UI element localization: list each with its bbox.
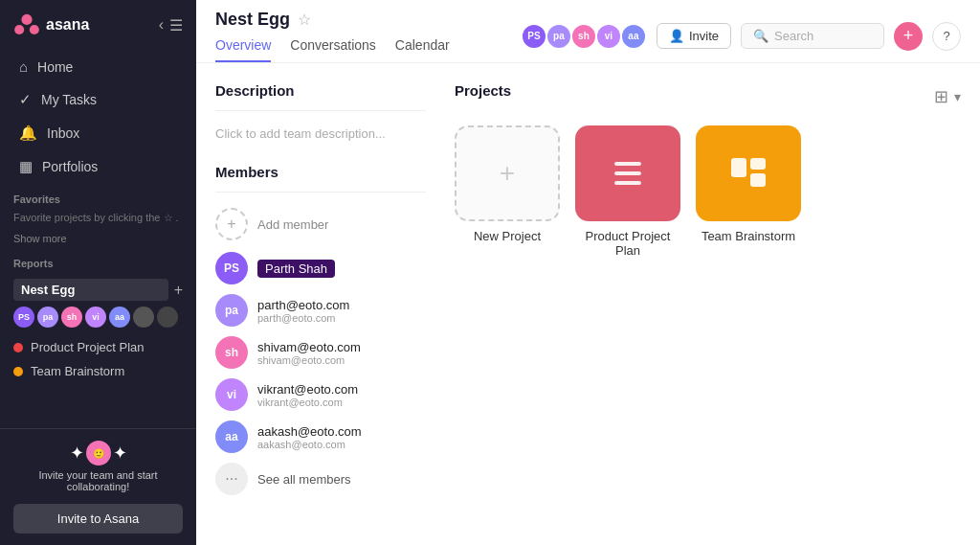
member-info-vi: vikrant@eoto.com vikrant@eoto.com (257, 382, 358, 408)
tab-conversations[interactable]: Conversations (290, 37, 376, 62)
search-placeholder: Search (774, 29, 813, 43)
sidebar-project-brainstorm-label: Team Brainstorm (31, 364, 124, 378)
description-title: Description (215, 82, 426, 99)
invite-text: Invite your team and start collaborating… (13, 469, 183, 492)
member-email-display-vi: vikrant@eoto.com (257, 382, 358, 397)
question-mark-icon: ? (943, 29, 949, 43)
svg-rect-6 (731, 158, 746, 177)
team-add-button[interactable]: + (174, 282, 183, 299)
content-area: Description Click to add team descriptio… (196, 63, 980, 545)
bell-icon: 🔔 (19, 125, 37, 142)
project-dot-red (13, 343, 23, 352)
avatar (157, 307, 178, 328)
add-member-label: Add member (257, 217, 328, 232)
add-member-row[interactable]: + Add member (215, 208, 426, 240)
avatar: vi (85, 307, 106, 328)
chevron-left-icon[interactable]: ‹ (159, 16, 164, 34)
member-email-display-aa: aakash@eoto.com (257, 424, 362, 439)
sidebar-project-product[interactable]: Product Project Plan (13, 335, 183, 359)
reports-label: Reports (0, 248, 196, 273)
svg-rect-8 (750, 173, 766, 187)
search-icon: 🔍 (753, 29, 768, 43)
members-divider (215, 192, 426, 193)
brainstorm-project-icon (696, 125, 801, 221)
search-bar[interactable]: 🔍 Search (741, 23, 884, 49)
member-info-pa: parth@eoto.com parth@eoto.com (257, 298, 349, 324)
grid-icon[interactable]: ⊞ (934, 86, 948, 107)
chart-icon: ▦ (19, 158, 33, 175)
help-button[interactable]: ? (932, 22, 961, 51)
invite-asana-button[interactable]: Invite to Asana (13, 504, 183, 534)
sidebar-item-inbox[interactable]: 🔔 Inbox (6, 117, 190, 149)
logo-text: asana (46, 16, 89, 34)
invite-button-label: Invite (689, 29, 719, 43)
team-member-avatars: PS pa sh vi aa (13, 307, 183, 328)
members-title: Members (215, 164, 426, 180)
favorites-label: Favorites (0, 184, 196, 209)
member-email-aa: aakash@eoto.com (257, 439, 362, 450)
team-name[interactable]: Nest Egg (13, 279, 168, 301)
project-dot-yellow (13, 367, 23, 376)
home-icon: ⌂ (19, 58, 28, 75)
description-section: Description Click to add team descriptio… (215, 82, 426, 141)
top-right-actions: PS pa sh vi aa 👤 Invite 🔍 Search + ? (521, 22, 961, 51)
favorites-hint: Favorite projects by clicking the ☆ . (0, 209, 196, 229)
member-avatar-pa: pa (215, 294, 248, 327)
invite-button[interactable]: 👤 Invite (657, 23, 731, 49)
see-all-row[interactable]: ··· See all members (215, 463, 426, 495)
show-more[interactable]: Show more (0, 229, 196, 248)
member-email-display-pa: parth@eoto.com (257, 298, 349, 312)
tab-overview[interactable]: Overview (215, 37, 271, 62)
page-title: Nest Egg (215, 10, 290, 30)
avatar-aa: aa (620, 23, 647, 50)
team-section: Nest Egg + PS pa sh vi aa Product Projec… (0, 273, 196, 389)
member-row-parth: PS Parth Shah (215, 252, 426, 284)
sidebar-item-home[interactable]: ⌂ Home (6, 51, 190, 82)
add-member-circle[interactable]: + (215, 208, 248, 240)
member-email-vi: vikrant@eoto.com (257, 397, 358, 408)
description-placeholder[interactable]: Click to add team description... (215, 126, 426, 141)
avatar: sh (61, 307, 82, 328)
sidebar-item-inbox-label: Inbox (47, 125, 79, 141)
avatar-pa: pa (546, 23, 572, 50)
sidebar-project-product-label: Product Project Plan (31, 340, 145, 354)
add-button[interactable]: + (894, 22, 923, 51)
sidebar-item-portfolios[interactable]: ▦ Portfolios (6, 150, 190, 183)
title-tabs: Nest Egg ☆ Overview Conversations Calend… (215, 10, 450, 62)
project-title-area: Nest Egg ☆ (215, 10, 450, 30)
sidebar-item-home-label: Home (37, 59, 73, 75)
see-all-circle: ··· (215, 463, 248, 495)
project-card-new[interactable]: + New Project (455, 125, 560, 258)
project-card-brainstorm[interactable]: Team Brainstorm (696, 125, 801, 258)
sidebar: asana ‹ ☰ ⌂ Home ✓ My Tasks 🔔 Inbox ▦ Po… (0, 0, 196, 545)
svg-rect-3 (614, 162, 641, 166)
member-avatar-vi: vi (215, 378, 248, 411)
product-project-label: Product Project Plan (575, 229, 680, 258)
brainstorm-project-label: Team Brainstorm (702, 229, 795, 243)
tab-list: Overview Conversations Calendar (215, 37, 450, 62)
star-icon[interactable]: ☆ (298, 11, 311, 29)
project-card-product[interactable]: Product Project Plan (575, 125, 680, 258)
svg-rect-7 (750, 158, 766, 170)
avatar-sh: sh (570, 23, 597, 50)
avatar: PS (13, 307, 34, 328)
right-panel: Projects ⊞ ▾ + New Project (455, 82, 961, 526)
sidebar-bottom: ✦ 🙂 ✦ Invite your team and start collabo… (0, 428, 196, 545)
sidebar-item-my-tasks-label: My Tasks (41, 92, 97, 107)
sidebar-project-brainstorm[interactable]: Team Brainstorm (13, 359, 183, 383)
tab-calendar[interactable]: Calendar (395, 37, 450, 62)
new-project-label: New Project (474, 229, 541, 243)
avatar: aa (109, 307, 130, 328)
member-email-display-sh: shivam@eoto.com (257, 340, 361, 354)
sidebar-item-my-tasks[interactable]: ✓ My Tasks (6, 83, 190, 116)
sidebar-item-portfolios-label: Portfolios (42, 159, 98, 174)
sidebar-logo: asana (13, 11, 89, 38)
chevron-down-icon[interactable]: ▾ (954, 89, 961, 104)
member-avatar-ps: PS (215, 252, 248, 284)
menu-icon[interactable]: ☰ (169, 16, 183, 34)
member-row-aa: aa aakash@eoto.com aakash@eoto.com (215, 420, 426, 453)
member-email-sh: shivam@eoto.com (257, 354, 361, 366)
svg-point-2 (30, 25, 39, 34)
product-project-icon (575, 125, 680, 221)
projects-header: Projects ⊞ ▾ (455, 82, 961, 110)
